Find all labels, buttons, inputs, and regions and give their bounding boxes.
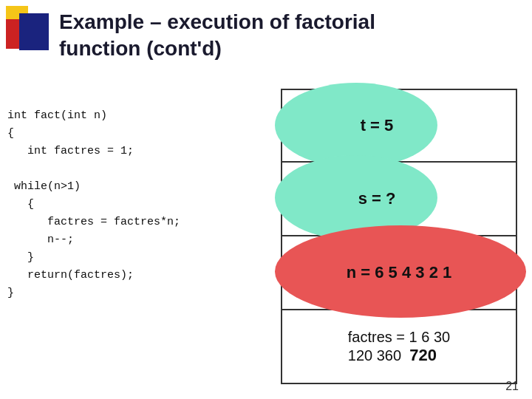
cell-t: t = 5 (281, 89, 517, 163)
s-value: s = ? (358, 189, 396, 208)
deco-navy (19, 13, 49, 50)
decorative-blocks (6, 6, 50, 58)
factres-line1: factres = 1 6 30 (348, 329, 450, 346)
execution-panel: t = 5 s = ? n = 6 5 4 3 2 1 factres = 1 … (281, 89, 517, 377)
factres-values: factres = 1 6 30 120 360 720 (348, 329, 450, 365)
cell-factres: factres = 1 6 30 120 360 720 (281, 310, 517, 384)
slide-title: Example – execution of factorial functio… (59, 9, 375, 63)
factres-line2-text: 120 360 (348, 347, 401, 364)
title-line1: Example – execution of factorial (59, 9, 375, 35)
cell-n: n = 6 5 4 3 2 1 (281, 236, 517, 310)
code-block: int fact(int n) { int factres = 1; while… (7, 107, 180, 302)
factres-line2: 120 360 720 (348, 346, 450, 365)
t-value: t = 5 (361, 116, 394, 135)
n-values: n = 6 5 4 3 2 1 (347, 263, 451, 282)
page-number: 21 (505, 380, 519, 393)
factres-bold: 720 (409, 346, 437, 364)
title-line2: function (cont'd) (59, 35, 375, 62)
